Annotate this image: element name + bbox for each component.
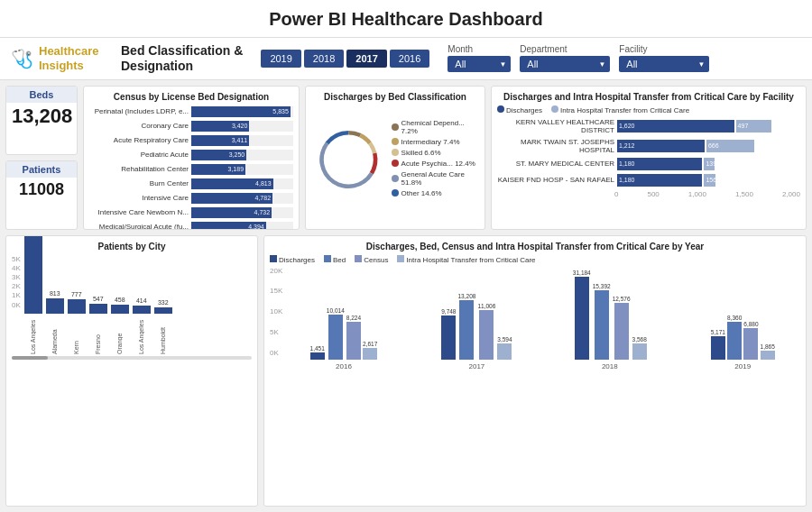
yearly-bar-val: 10,014 bbox=[327, 307, 345, 314]
census-bar-fill: 4,732 bbox=[191, 207, 272, 218]
fac-axis-1500: 1,500 bbox=[735, 190, 753, 198]
donut-legend-item: Chemical Depend... 7.2% bbox=[392, 119, 479, 135]
dashboard: Power BI Healthcare Dashboard 🩺 Healthca… bbox=[0, 0, 812, 512]
donut-legend-text: Acute Psychia... 12.4% bbox=[401, 160, 475, 168]
city-name: Kern bbox=[73, 314, 79, 354]
transfer-bar: 139 bbox=[704, 158, 714, 170]
facility-bars-inner: 1,212 666 bbox=[617, 140, 800, 152]
census-bar-label: Perinatal (Includes LDRP, e... bbox=[89, 107, 189, 115]
city-value: 332 bbox=[158, 299, 169, 306]
facility-filter-label: Facility bbox=[619, 44, 709, 54]
yearly-bar-val: 13,208 bbox=[458, 293, 476, 299]
city-bar bbox=[24, 235, 42, 314]
yearly-bars: 1,45110,0148,2242,61720169,74813,20811,0… bbox=[286, 267, 800, 370]
yearly-bar-val: 9,748 bbox=[441, 308, 456, 315]
census-bar-fill: 3,411 bbox=[191, 135, 249, 146]
facility-bars-inner: 1,180 139 bbox=[617, 158, 800, 170]
yearly-legend-bed: Bed bbox=[324, 255, 346, 264]
facility-bars-inner: 1,620 497 bbox=[617, 120, 800, 133]
yearly-bar-wrap: 15,392 bbox=[593, 270, 611, 360]
discharge-donut-title: Discharges by Bed Classification bbox=[311, 92, 479, 102]
census-bar-label: Burn Center bbox=[89, 179, 189, 187]
city-bar bbox=[111, 305, 129, 313]
yearly-bar-wrap: 10,014 bbox=[327, 270, 345, 360]
year-tab-2016[interactable]: 2016 bbox=[390, 50, 429, 68]
yearly-bar-val: 3,568 bbox=[632, 336, 647, 343]
city-y-axis: 5K 4K 3K 2K 1K 0K bbox=[12, 255, 21, 354]
yearly-bar-group: 5,1718,3606,8801,8652019 bbox=[686, 270, 800, 370]
header-row: 🩺 HealthcareInsights Bed Classification … bbox=[0, 38, 812, 80]
discharge-bar: 1,620 bbox=[617, 120, 734, 133]
patients-value: 11008 bbox=[12, 181, 71, 197]
department-filter-label: Department bbox=[520, 44, 610, 54]
yearly-bar bbox=[346, 322, 361, 359]
month-select[interactable]: All bbox=[448, 56, 511, 72]
transfer-val: 156 bbox=[704, 177, 718, 183]
census-bar-fill: 4,394 bbox=[191, 222, 266, 230]
yearly-bar bbox=[761, 351, 775, 359]
transfer-val: 139 bbox=[704, 160, 718, 167]
yearly-chart-title: Discharges, Bed, Census and Intra Hospit… bbox=[270, 242, 800, 251]
census-bar-val: 4,732 bbox=[254, 209, 271, 215]
yearly-bar-wrap: 1,451 bbox=[310, 270, 325, 360]
facility-select-wrapper: All bbox=[619, 56, 709, 72]
yearly-bar-val: 5,171 bbox=[711, 329, 725, 335]
census-bar-row: Perinatal (Includes LDRP, e... 5,835 bbox=[89, 105, 293, 118]
department-select[interactable]: All bbox=[520, 56, 610, 72]
city-bar bbox=[46, 298, 64, 313]
discharge-donut-card: Discharges by Bed Classification Chemica… bbox=[305, 86, 485, 230]
census-bar-val: 4,813 bbox=[255, 180, 272, 187]
census-bar-fill: 4,782 bbox=[191, 193, 272, 204]
facility-name: MARK TWAIN ST. JOSEPHS HOSPITAL bbox=[497, 138, 614, 154]
yearly-bar-val: 15,392 bbox=[593, 283, 611, 289]
discharge-bar: 1,180 bbox=[617, 158, 702, 170]
beds-metric: Beds 13,208 bbox=[5, 86, 78, 155]
facility-legend: Discharges Intra Hospital Transfer from … bbox=[497, 105, 800, 114]
month-select-wrapper: All bbox=[448, 56, 511, 72]
filter-group: Month All Department All Facility bbox=[448, 44, 709, 72]
page-title: Power BI Healthcare Dashboard bbox=[0, 9, 812, 30]
discharge-val: 1,212 bbox=[617, 142, 637, 149]
metrics-column: Beds 13,208 Patients 11008 bbox=[5, 86, 78, 230]
yearly-bar-wrap: 3,594 bbox=[497, 270, 512, 360]
facility-bars: KERN VALLEY HEALTHCARE DISTRICT 1,620 49… bbox=[497, 118, 800, 187]
census-bar-val: 4,782 bbox=[255, 195, 272, 201]
census-bar-fill: 3,420 bbox=[191, 121, 249, 132]
yearly-legend-discharges: Discharges bbox=[270, 255, 315, 264]
census-bar-val: 3,411 bbox=[232, 137, 248, 143]
census-chart: Census by License Bed Designation Perina… bbox=[83, 86, 300, 230]
patients-label: Patients bbox=[6, 161, 77, 178]
yearly-bar bbox=[743, 328, 758, 359]
brand: 🩺 HealthcareInsights bbox=[11, 44, 110, 72]
yearly-bar bbox=[727, 322, 742, 360]
city-scrollbar-thumb[interactable] bbox=[12, 356, 48, 360]
discharge-val: 1,620 bbox=[617, 123, 637, 129]
census-bar-label: Medical/Surgical Acute (fu... bbox=[89, 223, 189, 230]
donut-legend: Chemical Depend... 7.2%Intermediary 7.4%… bbox=[392, 119, 479, 200]
facility-bars-inner: 1,180 156 bbox=[617, 174, 800, 187]
discharge-bar: 1,180 bbox=[617, 174, 702, 187]
yearly-bars-inner: 31,18415,39212,5763,568 bbox=[573, 270, 647, 360]
city-scrollbar[interactable] bbox=[12, 356, 252, 360]
fac-axis-2000: 2,000 bbox=[782, 190, 800, 198]
census-bar-row: Acute Respiratory Care 3,411 bbox=[89, 134, 293, 147]
facility-name: KAISER FND HOSP - SAN RAFAEL bbox=[497, 176, 614, 184]
city-bars: 4,843 Los Angeles 813 Alameda 777 Kern 5… bbox=[24, 255, 252, 354]
yearly-y-axis: 20K 15K 10K 5K 0K bbox=[270, 267, 282, 370]
yearly-bar bbox=[310, 352, 325, 359]
city-name: Fresno bbox=[95, 314, 101, 354]
yearly-bar bbox=[479, 310, 494, 360]
facility-select[interactable]: All bbox=[619, 56, 709, 72]
year-tab-2017[interactable]: 2017 bbox=[346, 50, 386, 68]
patients-city-card: Patients by City 5K 4K 3K 2K 1K 0K 4,843… bbox=[5, 235, 258, 507]
donut-legend-text: Other 14.6% bbox=[401, 189, 442, 197]
discharge-bar: 1,212 bbox=[617, 140, 705, 152]
facility-bar-row: KAISER FND HOSP - SAN RAFAEL 1,180 156 bbox=[497, 174, 800, 187]
city-name: Los Angeles bbox=[30, 314, 36, 354]
year-tab-2018[interactable]: 2018 bbox=[304, 50, 344, 68]
year-tab-2019[interactable]: 2019 bbox=[261, 50, 300, 68]
donut-legend-dot bbox=[392, 175, 399, 182]
yearly-bar-val: 8,360 bbox=[727, 315, 742, 321]
transfer-val: 497 bbox=[736, 123, 751, 129]
census-bar-row: Burn Center 4,813 bbox=[89, 178, 293, 190]
